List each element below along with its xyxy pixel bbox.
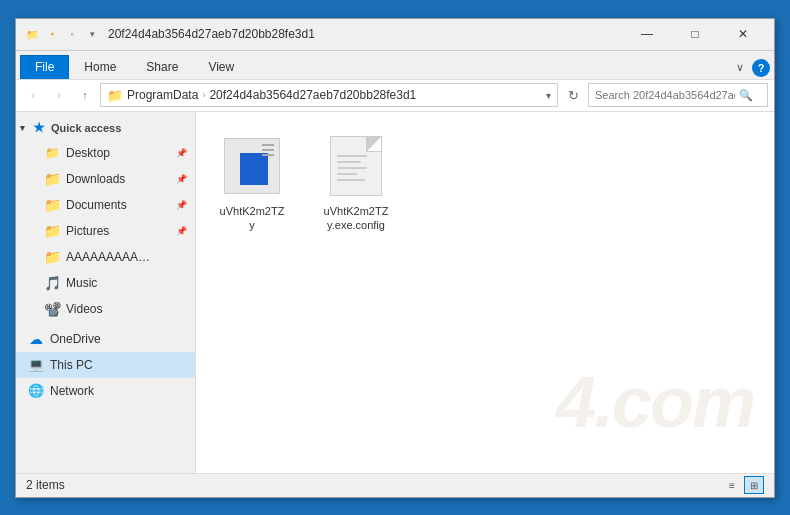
exe-file-icon — [220, 134, 284, 198]
tab-share[interactable]: Share — [131, 55, 193, 79]
quick-access-icon1: ▪ — [44, 26, 60, 42]
exe-icon-bg — [224, 138, 280, 194]
path-arrow: › — [202, 90, 205, 100]
view-list-button[interactable]: ≡ — [722, 476, 742, 494]
pin-icon-documents: 📌 — [176, 200, 187, 210]
file-explorer-window: 📁 ▪ ▫ ▾ 20f24d4ab3564d27aeb7d20bb28fe3d1… — [15, 18, 775, 498]
quick-access-expand-icon: ▾ — [20, 123, 25, 133]
content-area: 4.com — [196, 112, 774, 473]
onedrive-icon: ☁ — [28, 331, 44, 347]
sidebar-item-aaa[interactable]: 📁 AAAAAAAAAAAAAAAA — [16, 244, 195, 270]
watermark: 4.com — [556, 361, 754, 443]
forward-button[interactable]: › — [48, 84, 70, 106]
search-input[interactable] — [595, 89, 735, 101]
path-segment-programdata: ProgramData — [127, 88, 198, 102]
quick-access-icon2: ▫ — [64, 26, 80, 42]
sidebar-item-network[interactable]: 🌐 Network — [16, 378, 195, 404]
tab-view[interactable]: View — [193, 55, 249, 79]
sidebar-item-downloads[interactable]: 📁 Downloads 📌 — [16, 166, 195, 192]
main-area: ▾ ★ Quick access 📁 Desktop 📌 📁 Downloads… — [16, 112, 774, 473]
ribbon-tabs: File Home Share View ∨ ? — [16, 51, 774, 79]
sidebar-item-label-music: Music — [66, 276, 97, 290]
minimize-button[interactable]: — — [624, 18, 670, 50]
sidebar-item-thispc[interactable]: 💻 This PC — [16, 352, 195, 378]
path-segment-current: 20f24d4ab3564d27aeb7d20bb28fe3d1 — [209, 88, 416, 102]
tab-home[interactable]: Home — [69, 55, 131, 79]
sidebar-label-network: Network — [50, 384, 94, 398]
ribbon-help-icon[interactable]: ? — [752, 59, 770, 77]
sidebar-section-quick-access: ▾ ★ Quick access — [16, 116, 195, 140]
title-bar: 📁 ▪ ▫ ▾ 20f24d4ab3564d27aeb7d20bb28fe3d1… — [16, 19, 774, 51]
sidebar: ▾ ★ Quick access 📁 Desktop 📌 📁 Downloads… — [16, 112, 196, 473]
sidebar-item-onedrive[interactable]: ☁ OneDrive — [16, 326, 195, 352]
sidebar-item-label-documents: Documents — [66, 198, 127, 212]
config-line2 — [337, 161, 361, 163]
pin-icon-desktop: 📌 — [176, 148, 187, 158]
status-bar: 2 items ≡ ⊞ — [16, 473, 774, 497]
config-line1 — [337, 155, 367, 157]
view-grid-button[interactable]: ⊞ — [744, 476, 764, 494]
network-icon: 🌐 — [28, 383, 44, 399]
path-dropdown-icon[interactable]: ▾ — [546, 90, 551, 101]
exe-file-label: uVhtK2m2TZy — [218, 204, 286, 233]
search-icon: 🔍 — [739, 89, 753, 102]
sidebar-item-documents[interactable]: 📁 Documents 📌 — [16, 192, 195, 218]
tab-file[interactable]: File — [20, 55, 69, 79]
exe-line2 — [262, 149, 274, 151]
sidebar-item-music[interactable]: 🎵 Music — [16, 270, 195, 296]
config-icon-container — [330, 136, 382, 196]
file-item-config[interactable]: uVhtK2m2TZy.exe.config — [316, 128, 396, 239]
config-file-label: uVhtK2m2TZy.exe.config — [322, 204, 390, 233]
thispc-icon: 💻 — [28, 357, 44, 373]
sidebar-item-label-pictures: Pictures — [66, 224, 109, 238]
address-bar: ‹ › ↑ 📁 ProgramData › 20f24d4ab3564d27ae… — [16, 80, 774, 112]
config-line5 — [337, 179, 365, 181]
pin-icon-downloads: 📌 — [176, 174, 187, 184]
view-toggle: ≡ ⊞ — [722, 476, 764, 494]
config-line4 — [337, 173, 357, 175]
pin-icon-pictures: 📌 — [176, 226, 187, 236]
sidebar-label-onedrive: OneDrive — [50, 332, 101, 346]
window-title: 20f24d4ab3564d27aeb7d20bb28fe3d1 — [108, 27, 624, 41]
window-folder-icon: 📁 — [24, 26, 40, 42]
config-file-icon — [324, 134, 388, 198]
sidebar-item-label-downloads: Downloads — [66, 172, 125, 186]
music-folder-icon: 🎵 — [44, 275, 60, 291]
search-box[interactable]: 🔍 — [588, 83, 768, 107]
sidebar-item-label-videos: Videos — [66, 302, 102, 316]
config-fold-corner — [367, 137, 381, 151]
close-button[interactable]: ✕ — [720, 18, 766, 50]
address-path[interactable]: 📁 ProgramData › 20f24d4ab3564d27aeb7d20b… — [100, 83, 558, 107]
sidebar-item-label-desktop: Desktop — [66, 146, 110, 160]
title-bar-icons: 📁 ▪ ▫ ▾ — [24, 26, 100, 42]
sidebar-item-videos[interactable]: 📽️ Videos — [16, 296, 195, 322]
exe-line3 — [262, 154, 274, 156]
refresh-button[interactable]: ↻ — [562, 83, 584, 107]
quick-access-icon3: ▾ — [84, 26, 100, 42]
sidebar-item-pictures[interactable]: 📁 Pictures 📌 — [16, 218, 195, 244]
desktop-folder-icon: 📁 — [44, 145, 60, 161]
sidebar-label-thispc: This PC — [50, 358, 93, 372]
files-grid: uVhtK2m2TZy — [212, 128, 758, 239]
videos-folder-icon: 📽️ — [44, 301, 60, 317]
sidebar-item-desktop[interactable]: 📁 Desktop 📌 — [16, 140, 195, 166]
window-controls: — □ ✕ — [624, 18, 766, 50]
config-line3 — [337, 167, 367, 169]
exe-line1 — [262, 144, 274, 146]
quick-access-label: Quick access — [51, 122, 121, 134]
back-button[interactable]: ‹ — [22, 84, 44, 106]
file-item-exe[interactable]: uVhtK2m2TZy — [212, 128, 292, 239]
maximize-button[interactable]: □ — [672, 18, 718, 50]
status-count: 2 items — [26, 478, 65, 492]
exe-lines — [262, 144, 274, 156]
ribbon-chevron-icon[interactable]: ∨ — [736, 61, 744, 74]
path-folder-icon: 📁 — [107, 88, 123, 103]
documents-folder-icon: 📁 — [44, 197, 60, 213]
pictures-folder-icon: 📁 — [44, 223, 60, 239]
exe-blue-square — [240, 153, 268, 185]
downloads-folder-icon: 📁 — [44, 171, 60, 187]
quick-access-star-icon: ★ — [33, 120, 45, 135]
up-button[interactable]: ↑ — [74, 84, 96, 106]
ribbon: File Home Share View ∨ ? — [16, 51, 774, 80]
sidebar-item-label-aaa: AAAAAAAAAAAAAAAA — [66, 250, 156, 264]
